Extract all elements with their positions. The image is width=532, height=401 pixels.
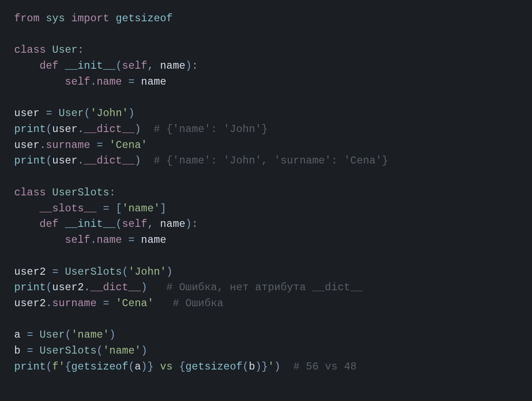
code-token [147,281,166,293]
code-token: UserSlots [39,345,97,357]
code-token: . [78,123,84,135]
code-line: a = User('name') [14,329,116,341]
code-token: sys [46,12,65,24]
code-line: self.name = name [14,234,166,246]
code-token: . [84,281,90,293]
code-token [110,12,116,24]
code-token [14,218,39,230]
code-token: __dict__ [90,281,141,293]
code-token: def [39,218,59,230]
code-token [135,76,141,88]
code-token [33,345,39,357]
code-token: b [14,345,20,357]
code-token: ) [166,266,172,278]
code-token: = [128,76,134,88]
code-token: ( [116,218,122,230]
code-token: ( [243,361,249,373]
code-token: ) [185,218,192,230]
code-token: = [46,107,52,119]
code-token: User [39,329,65,341]
code-token: 'Cena' [116,297,154,309]
code-token: 'John' [90,107,129,119]
code-line: def __init__(self, name): [14,60,198,72]
code-token: import [71,12,110,24]
code-token: : [192,60,198,72]
code-token: . [78,155,84,167]
code-token [281,361,293,373]
code-token: name [97,76,122,88]
code-token: __slots__ [39,202,97,214]
code-token: __init__ [65,218,115,230]
code-token: f' [52,361,65,373]
code-token: User [52,44,78,56]
code-token: : [110,187,116,199]
code-token: ( [97,345,103,357]
code-token: : [78,44,84,56]
code-token: } [147,361,153,373]
code-token: print [14,281,46,293]
code-line: print(user2.__dict__) # Ошибка, нет атри… [14,281,363,293]
code-token: b [249,361,255,373]
code-line: class UserSlots: [14,187,116,199]
code-token [135,234,141,246]
code-token: vs [154,361,179,373]
code-token: ) [110,329,116,341]
code-token: UserSlots [65,266,122,278]
code-token: __dict__ [84,123,134,135]
code-token: ( [122,266,128,278]
code-token: . [90,234,97,246]
code-token: ) [274,361,281,373]
code-token: ( [46,123,52,135]
code-token: User [59,107,84,119]
code-token: getsizeof [71,361,129,373]
code-token: = [128,234,134,246]
code-token [33,329,39,341]
code-token [90,139,97,151]
code-token: = [27,329,33,341]
code-token [141,155,154,167]
code-token: ( [84,107,90,119]
code-token: class [14,44,46,56]
code-token [59,218,65,230]
code-token: } [262,361,268,373]
code-token [20,329,27,341]
code-token: ) [129,107,135,119]
code-token: [ [116,202,122,214]
code-token: , [147,218,153,230]
code-token: name [141,76,166,88]
code-token: name [160,218,185,230]
code-token: = [97,139,103,151]
code-token: user [52,155,78,167]
code-token: user [14,107,39,119]
code-token: name [141,234,166,246]
code-line: __slots__ = ['name'] [14,202,166,214]
code-token [110,202,116,214]
code-token [154,218,160,230]
code-token [14,234,65,246]
code-line: def __init__(self, name): [14,218,198,230]
code-token [20,345,27,357]
code-token: = [52,266,59,278]
code-token: ( [46,155,52,167]
code-token: ( [116,60,122,72]
code-token: ( [65,329,71,341]
code-line: user.surname = 'Cena' [14,139,147,151]
code-token [39,107,46,119]
code-token [97,297,103,309]
code-token [52,107,59,119]
code-token: name [160,60,185,72]
code-token: = [103,297,109,309]
code-block: from sys import getsizeof class User: de… [0,0,532,385]
code-token [154,60,160,72]
code-token [154,297,173,309]
code-token: self [122,60,147,72]
code-token [14,76,65,88]
code-token [46,44,52,56]
code-token: def [39,60,59,72]
code-token: 'name' [103,345,141,357]
code-token: __init__ [65,60,115,72]
code-token: ) [141,281,147,293]
code-token [59,266,65,278]
code-token: name [97,234,122,246]
code-token: user [14,139,39,151]
